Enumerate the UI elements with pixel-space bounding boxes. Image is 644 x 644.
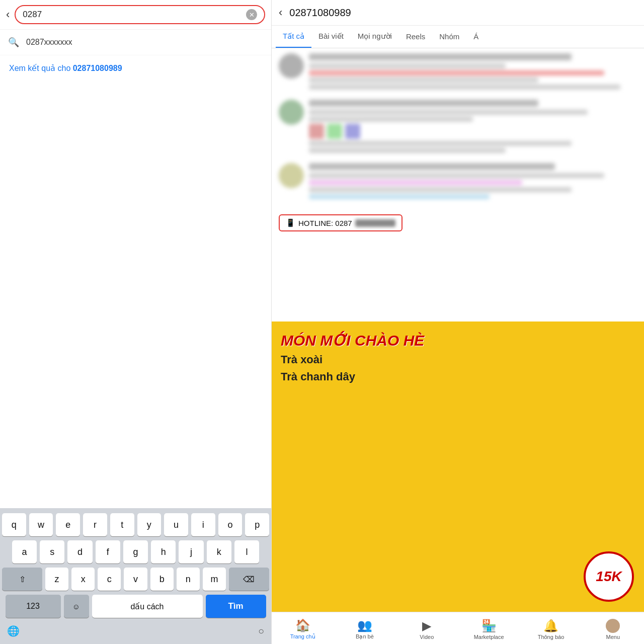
- result-avatar-3: [279, 163, 304, 188]
- right-back-button[interactable]: ‹: [279, 6, 282, 19]
- key-i[interactable]: i: [191, 513, 215, 536]
- bell-icon: 🔔: [543, 619, 558, 633]
- nav-video-label: Video: [420, 634, 434, 640]
- promo-item-2: Trà chanh dây: [281, 370, 635, 383]
- key-f[interactable]: f: [96, 540, 120, 564]
- nav-marketplace[interactable]: 🏪 Marketplace: [474, 619, 504, 640]
- result-title-2: [309, 100, 538, 107]
- delete-key[interactable]: ⌫: [229, 568, 269, 591]
- result-sub-3: [309, 77, 538, 83]
- result-item-1: [279, 53, 637, 92]
- key-y[interactable]: y: [137, 513, 162, 536]
- promo-badge-price: 15K: [596, 569, 621, 585]
- hotline-box[interactable]: 📱 HOTLINE: 0287: [279, 214, 403, 231]
- nav-menu-label: Menu: [606, 634, 620, 640]
- nav-avatar: [606, 619, 620, 633]
- mic-icon[interactable]: ○: [258, 625, 264, 637]
- see-results-prefix: Xem kết quả cho: [9, 64, 73, 72]
- result-avatar-2: [279, 100, 304, 125]
- key-e[interactable]: e: [56, 513, 80, 536]
- numbers-key[interactable]: 123: [6, 595, 61, 618]
- hotline-number-blurred: [355, 219, 395, 227]
- result-text-3: [309, 163, 637, 201]
- result-sub-11: [309, 187, 572, 192]
- key-x[interactable]: x: [71, 568, 95, 591]
- nav-home-label: Trang chủ: [290, 633, 315, 640]
- key-t[interactable]: t: [110, 513, 134, 536]
- result-sub-1: [309, 63, 506, 68]
- hotline-icon: 📱: [286, 218, 295, 227]
- tab-people[interactable]: Mọi người: [351, 26, 399, 48]
- keyboard: q w e r t y u i o p a s d f g h j k l ⇧ …: [0, 508, 271, 644]
- right-search-text: 02871080989: [289, 7, 351, 19]
- right-panel: ‹ 02871080989 Tất cả Bài viết Mọi người …: [272, 0, 644, 644]
- see-results-query: 02871080989: [73, 64, 122, 72]
- nav-friends-label: Bạn bè: [356, 633, 374, 640]
- result-sub-10: [309, 180, 522, 185]
- key-o[interactable]: o: [218, 513, 243, 536]
- nav-notifications[interactable]: 🔔 Thông báo: [536, 619, 566, 640]
- result-avatar-1: [279, 53, 304, 78]
- left-suggestion-item[interactable]: 🔍 0287xxxxxxx: [0, 30, 271, 55]
- tab-more[interactable]: Á: [466, 26, 486, 48]
- search-key[interactable]: Tìm: [206, 595, 266, 618]
- shift-key[interactable]: ⇧: [2, 568, 42, 591]
- left-search-input-wrapper: ✕: [15, 5, 265, 24]
- hotline-box-wrapper: 📱 HOTLINE: 0287: [272, 214, 644, 231]
- result-sub-2: [309, 70, 604, 75]
- key-s[interactable]: s: [40, 540, 64, 564]
- key-b[interactable]: b: [150, 568, 174, 591]
- search-suggestion-icon: 🔍: [8, 37, 19, 48]
- key-g[interactable]: g: [123, 540, 148, 564]
- nav-marketplace-label: Marketplace: [474, 634, 504, 640]
- key-r[interactable]: r: [83, 513, 107, 536]
- left-search-input[interactable]: [23, 10, 246, 20]
- result-sub-7: [309, 141, 572, 146]
- right-tabs: Tất cả Bài viết Mọi người Reels Nhóm Á: [272, 26, 644, 48]
- left-back-button[interactable]: ‹: [6, 8, 10, 21]
- nav-menu[interactable]: Menu: [598, 619, 628, 640]
- tab-all[interactable]: Tất cả: [276, 26, 311, 48]
- key-u[interactable]: u: [164, 513, 188, 536]
- bottom-nav: 🏠 Trang chủ 👥 Bạn bè ▶ Video 🏪 Marketpla…: [272, 612, 644, 644]
- key-c[interactable]: c: [98, 568, 121, 591]
- nav-friends[interactable]: 👥 Bạn bè: [350, 618, 380, 640]
- keyboard-row-4: 123 ☺ dấu cách Tìm: [2, 595, 269, 618]
- emoji-key[interactable]: ☺: [64, 595, 89, 618]
- tab-reels[interactable]: Reels: [399, 26, 432, 48]
- result-sub-4: [309, 85, 620, 90]
- left-search-bar: ‹ ✕: [0, 0, 271, 30]
- key-k[interactable]: k: [207, 540, 231, 564]
- key-v[interactable]: v: [124, 568, 147, 591]
- home-icon: 🏠: [295, 618, 310, 632]
- left-see-results[interactable]: Xem kết quả cho 02871080989: [0, 55, 271, 81]
- result-title-1: [309, 53, 572, 60]
- result-sub-9: [309, 173, 604, 178]
- result-sub-12: [309, 194, 490, 199]
- key-a[interactable]: a: [12, 540, 37, 564]
- tab-posts[interactable]: Bài viết: [311, 26, 351, 48]
- key-d[interactable]: d: [67, 540, 92, 564]
- tab-groups[interactable]: Nhóm: [432, 26, 466, 48]
- result-text-2: [309, 100, 637, 155]
- key-p[interactable]: p: [245, 513, 269, 536]
- key-z[interactable]: z: [45, 568, 68, 591]
- left-clear-button[interactable]: ✕: [246, 9, 257, 20]
- promo-badge: 15K: [584, 551, 634, 602]
- nav-video[interactable]: ▶ Video: [412, 619, 442, 640]
- key-l[interactable]: l: [234, 540, 259, 564]
- nav-home[interactable]: 🏠 Trang chủ: [288, 618, 318, 640]
- key-q[interactable]: q: [2, 513, 26, 536]
- space-key[interactable]: dấu cách: [92, 595, 203, 618]
- key-m[interactable]: m: [203, 568, 226, 591]
- key-n[interactable]: n: [177, 568, 200, 591]
- friends-icon: 👥: [357, 618, 372, 632]
- globe-icon[interactable]: 🌐: [7, 625, 20, 637]
- key-h[interactable]: h: [151, 540, 176, 564]
- video-icon: ▶: [422, 619, 431, 633]
- result-sub-6: [309, 117, 473, 122]
- key-w[interactable]: w: [29, 513, 53, 536]
- suggestion-text: 0287xxxxxxx: [26, 38, 72, 47]
- promo-banner: MÓN MỚI CHÀO HÈ Trà xoài Trà chanh dây 1…: [272, 321, 644, 612]
- key-j[interactable]: j: [179, 540, 203, 564]
